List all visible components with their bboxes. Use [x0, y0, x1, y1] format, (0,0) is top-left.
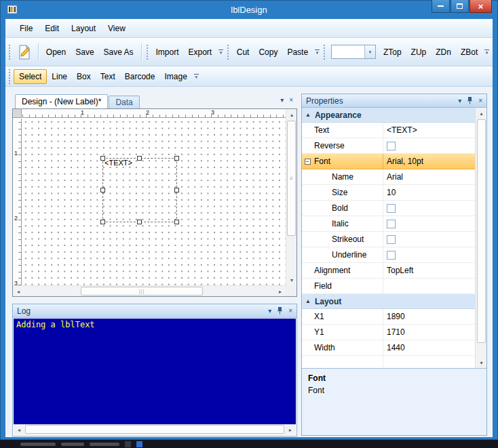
close-button[interactable]: ×: [470, 0, 492, 13]
cut-button[interactable]: Cut: [232, 43, 254, 61]
log-horizontal-scrollbar[interactable]: ◂ ▸: [14, 424, 296, 435]
property-row-reverse[interactable]: Reverse: [302, 138, 475, 154]
panel-menu-button[interactable]: ▾: [268, 307, 271, 314]
property-value[interactable]: TopLeft: [383, 263, 475, 278]
canvas-vertical-scrollbar[interactable]: ▴ ≡ ▾: [286, 109, 296, 285]
selected-text-element[interactable]: <TEXT>: [102, 158, 177, 222]
toolstrip-grip[interactable]: [8, 44, 11, 60]
property-row-underline[interactable]: Underline: [302, 247, 475, 263]
copy-button[interactable]: Copy: [254, 43, 282, 61]
toolbar-combobox[interactable]: ▾: [331, 45, 376, 59]
export-button[interactable]: Export: [183, 43, 216, 61]
panel-close-button[interactable]: ×: [478, 97, 482, 104]
tab-design[interactable]: Design - (New Label)*: [15, 94, 108, 108]
scrollbar-thumb[interactable]: ≡: [287, 121, 296, 236]
tool-text-button[interactable]: Text: [96, 69, 120, 84]
panel-menu-button[interactable]: ▾: [280, 96, 284, 104]
menu-file[interactable]: File: [14, 21, 39, 36]
maximize-button[interactable]: [451, 0, 469, 13]
toolstrip-grip[interactable]: [146, 44, 149, 60]
checkbox-bold[interactable]: [387, 204, 396, 213]
toolstrip-overflow-button[interactable]: ▾: [192, 68, 201, 85]
property-value[interactable]: 10: [383, 185, 475, 200]
property-row-y1[interactable]: Y1 1710: [302, 325, 475, 340]
menu-edit[interactable]: Edit: [39, 21, 65, 36]
property-value[interactable]: Arial, 10pt: [383, 154, 475, 169]
checkbox-reverse[interactable]: [387, 142, 396, 150]
paste-button[interactable]: Paste: [282, 43, 313, 61]
property-row-font-name[interactable]: Name Arial: [302, 169, 475, 185]
property-row-x1[interactable]: X1 1890: [302, 309, 475, 325]
menu-view[interactable]: View: [102, 21, 132, 36]
property-value[interactable]: <TEXT>: [383, 123, 475, 138]
scroll-right-icon[interactable]: ▸: [275, 286, 286, 297]
panel-menu-button[interactable]: ▾: [458, 97, 461, 104]
scrollbar-thumb[interactable]: [477, 119, 486, 343]
checkbox-italic[interactable]: [387, 220, 396, 228]
pin-icon[interactable]: [277, 307, 283, 314]
property-row-text[interactable]: Text <TEXT>: [302, 123, 475, 138]
collapse-expander-icon[interactable]: −: [305, 159, 311, 165]
property-row-font-size[interactable]: Size 10: [302, 185, 475, 201]
resize-handle-s[interactable]: [137, 220, 142, 224]
resize-handle-se[interactable]: [174, 220, 179, 224]
resize-handle-nw[interactable]: [100, 156, 105, 161]
scroll-left-icon[interactable]: ◂: [13, 286, 24, 297]
tool-barcode-button[interactable]: Barcode: [120, 69, 160, 84]
checkbox-underline[interactable]: [387, 251, 396, 260]
toolstrip-grip[interactable]: [227, 44, 229, 60]
property-row-bold[interactable]: Bold: [302, 201, 475, 216]
property-row-field[interactable]: Field: [302, 279, 475, 294]
tab-data[interactable]: Data: [109, 96, 139, 108]
property-row-partial[interactable]: [302, 356, 475, 367]
property-row-font[interactable]: − Font Arial, 10pt: [302, 154, 475, 169]
property-value[interactable]: 1890: [383, 309, 475, 324]
combobox-dropdown-button[interactable]: ▾: [364, 45, 375, 58]
minimize-button[interactable]: [432, 0, 450, 13]
log-output[interactable]: Adding a lblText: [14, 319, 296, 424]
title-bar[interactable]: lblDesign ×: [0, 0, 498, 19]
ztop-button[interactable]: ZTop: [379, 43, 406, 61]
scroll-left-icon[interactable]: ◂: [14, 424, 24, 435]
scroll-right-icon[interactable]: ▸: [285, 424, 296, 435]
pin-icon[interactable]: [467, 97, 473, 104]
scrollbar-thumb[interactable]: [25, 425, 284, 434]
canvas-horizontal-scrollbar[interactable]: ◂ ||| ▸: [13, 285, 286, 296]
tool-select-button[interactable]: Select: [14, 69, 47, 84]
resize-handle-w[interactable]: [100, 188, 105, 192]
property-row-width[interactable]: Width 1440: [302, 340, 475, 356]
toolstrip-overflow-button[interactable]: ▾: [482, 43, 491, 61]
save-button[interactable]: Save: [71, 43, 98, 61]
import-button[interactable]: Import: [151, 43, 183, 61]
save-as-button[interactable]: Save As: [99, 43, 138, 61]
new-button[interactable]: [14, 43, 35, 61]
property-row-strikeout[interactable]: Strikeout: [302, 232, 475, 247]
scroll-up-icon[interactable]: ▴: [476, 108, 486, 119]
zdn-button[interactable]: ZDn: [431, 43, 456, 61]
zbot-button[interactable]: ZBot: [456, 43, 482, 61]
properties-panel-header[interactable]: Properties ▾ ×: [302, 94, 486, 108]
category-appearance[interactable]: ▲ Appearance: [302, 108, 475, 123]
open-button[interactable]: Open: [41, 43, 71, 61]
property-row-alignment[interactable]: Alignment TopLeft: [302, 263, 475, 279]
toolstrip-grip[interactable]: [323, 44, 326, 60]
scroll-down-icon[interactable]: ▾: [476, 357, 486, 368]
scroll-down-icon[interactable]: ▾: [286, 274, 297, 285]
design-canvas[interactable]: <TEXT>: [22, 119, 286, 285]
propgrid-vertical-scrollbar[interactable]: ▴ ▾: [475, 108, 486, 368]
zup-button[interactable]: ZUp: [406, 43, 432, 61]
toolstrip-overflow-button[interactable]: ▾: [216, 43, 225, 61]
resize-handle-n[interactable]: [137, 156, 142, 161]
log-panel-header[interactable]: Log ▾ ×: [13, 304, 296, 318]
scroll-up-icon[interactable]: ▴: [286, 109, 297, 120]
checkbox-strikeout[interactable]: [387, 235, 396, 244]
toolstrip-overflow-button[interactable]: ▾: [313, 43, 322, 61]
tool-box-button[interactable]: Box: [72, 69, 96, 84]
tool-line-button[interactable]: Line: [47, 69, 72, 84]
resize-handle-e[interactable]: [174, 188, 179, 192]
panel-close-button[interactable]: ×: [288, 307, 292, 314]
property-value[interactable]: Arial: [383, 169, 475, 184]
resize-handle-ne[interactable]: [174, 156, 179, 161]
property-value[interactable]: 1440: [383, 340, 475, 355]
menu-layout[interactable]: Layout: [65, 21, 102, 36]
